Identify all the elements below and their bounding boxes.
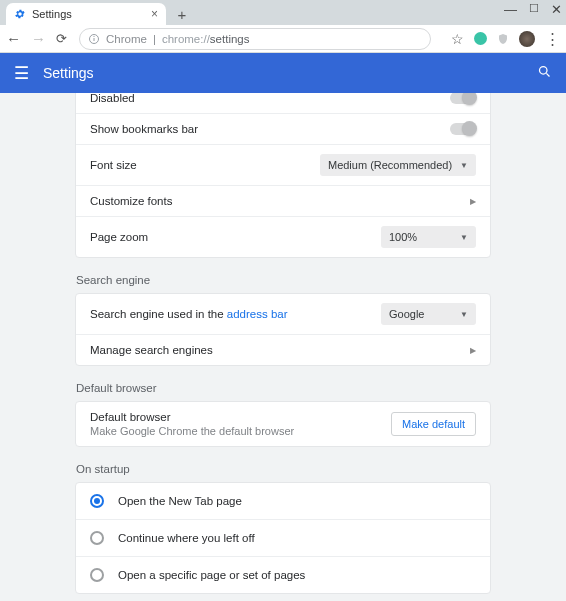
disabled-toggle[interactable]: [450, 93, 476, 104]
chevron-down-icon: ▼: [460, 161, 468, 170]
default-browser-card: Default browser Make Google Chrome the d…: [75, 401, 491, 447]
manage-search-label: Manage search engines: [90, 344, 213, 356]
startup-newtab-label: Open the New Tab page: [118, 495, 242, 507]
settings-content: Disabled Show bookmarks bar Font size Me…: [0, 93, 566, 601]
reload-button[interactable]: ⟳: [56, 31, 67, 46]
startup-option-continue[interactable]: Continue where you left off: [76, 519, 490, 556]
forward-button[interactable]: →: [31, 30, 46, 47]
bookmark-star-icon[interactable]: ☆: [451, 31, 464, 47]
chevron-down-icon: ▼: [460, 310, 468, 319]
gear-icon: [14, 8, 26, 20]
zoom-value: 100%: [389, 231, 417, 243]
radio-checked-icon: [90, 494, 104, 508]
default-browser-subtitle: Make Google Chrome the default browser: [90, 425, 294, 437]
search-card: Search engine used in the address bar Go…: [75, 293, 491, 366]
fontsize-value: Medium (Recommended): [328, 159, 452, 171]
startup-option-newtab[interactable]: Open the New Tab page: [76, 483, 490, 519]
disabled-row-label: Disabled: [90, 93, 135, 104]
svg-rect-2: [94, 36, 95, 37]
tab-title: Settings: [32, 8, 72, 20]
zoom-select[interactable]: 100% ▼: [381, 226, 476, 248]
customize-fonts-label: Customize fonts: [90, 195, 172, 207]
omnibox-path: settings: [210, 33, 250, 45]
browser-toolbar: ← → ⟳ Chrome | chrome://settings ☆ ⋮: [0, 25, 566, 53]
search-engine-value: Google: [389, 308, 424, 320]
search-engine-select[interactable]: Google ▼: [381, 303, 476, 325]
info-icon: [88, 33, 100, 45]
close-tab-icon[interactable]: ×: [151, 7, 158, 21]
startup-option-specific[interactable]: Open a specific page or set of pages: [76, 556, 490, 593]
extension-icon[interactable]: [474, 32, 487, 45]
menu-icon[interactable]: ☰: [14, 63, 29, 84]
default-browser-title: Default browser: [90, 411, 294, 423]
startup-section-label: On startup: [76, 463, 492, 475]
bookmarks-row-label: Show bookmarks bar: [90, 123, 198, 135]
svg-rect-1: [94, 38, 95, 41]
fontsize-select[interactable]: Medium (Recommended) ▼: [320, 154, 476, 176]
startup-specific-label: Open a specific page or set of pages: [118, 569, 305, 581]
search-section-label: Search engine: [76, 274, 492, 286]
address-bar[interactable]: Chrome | chrome://settings: [79, 28, 431, 50]
make-default-button[interactable]: Make default: [391, 412, 476, 436]
appearance-card: Disabled Show bookmarks bar Font size Me…: [75, 93, 491, 258]
window-controls: — ☐ ✕: [504, 2, 562, 17]
zoom-row-label: Page zoom: [90, 231, 148, 243]
search-engine-label: Search engine used in the address bar: [90, 308, 288, 320]
back-button[interactable]: ←: [6, 30, 21, 47]
chevron-right-icon: ▶: [470, 197, 476, 206]
omnibox-scheme: chrome://: [162, 33, 210, 45]
svg-line-4: [546, 73, 549, 76]
new-tab-button[interactable]: +: [171, 3, 193, 25]
browser-tab-settings[interactable]: Settings ×: [6, 3, 166, 25]
page-title: Settings: [43, 65, 94, 81]
omnibox-origin: Chrome: [106, 33, 147, 45]
address-bar-link[interactable]: address bar: [227, 308, 288, 320]
settings-header: ☰ Settings: [0, 53, 566, 93]
fontsize-row-label: Font size: [90, 159, 137, 171]
search-icon[interactable]: [537, 64, 552, 82]
chevron-down-icon: ▼: [460, 233, 468, 242]
close-window-button[interactable]: ✕: [551, 2, 562, 17]
radio-icon: [90, 568, 104, 582]
default-browser-section-label: Default browser: [76, 382, 492, 394]
bookmarks-toggle[interactable]: [450, 123, 476, 135]
profile-avatar[interactable]: [519, 31, 535, 47]
chrome-menu-icon[interactable]: ⋮: [545, 30, 560, 48]
radio-icon: [90, 531, 104, 545]
minimize-button[interactable]: —: [504, 2, 517, 17]
customize-fonts-row[interactable]: Customize fonts ▶: [76, 185, 490, 216]
chevron-right-icon: ▶: [470, 346, 476, 355]
maximize-button[interactable]: ☐: [529, 2, 539, 17]
startup-card: Open the New Tab page Continue where you…: [75, 482, 491, 594]
startup-continue-label: Continue where you left off: [118, 532, 255, 544]
browser-tab-strip: Settings × + — ☐ ✕: [0, 0, 566, 25]
manage-search-engines-row[interactable]: Manage search engines ▶: [76, 334, 490, 365]
shield-icon[interactable]: [497, 32, 509, 46]
svg-point-3: [540, 67, 548, 75]
